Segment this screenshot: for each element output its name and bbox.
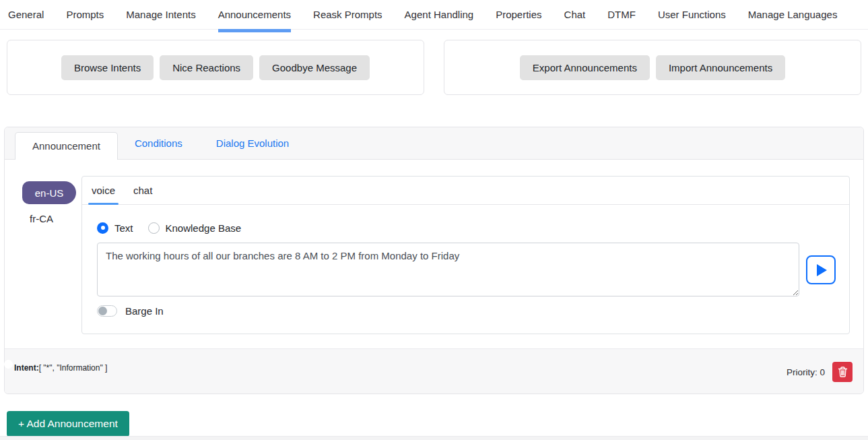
nav-tab-user-functions[interactable]: User Functions: [658, 0, 726, 29]
announcement-text-row: The working hours of all our branches ar…: [97, 243, 836, 296]
nav-tab-general[interactable]: General: [8, 0, 44, 29]
text-radio-label: Text: [114, 222, 133, 234]
intent-value: [ "*", "Information" ]: [39, 363, 108, 373]
delete-announcement-button[interactable]: [832, 362, 853, 382]
announcement-card-body: en-US fr-CA voice chat Text Knowledge Ba…: [5, 160, 863, 348]
intent-actions-panel: Browse Intents Nice Reactions Goodbye Me…: [7, 40, 424, 95]
nav-tab-manage-languages[interactable]: Manage Languages: [748, 0, 838, 29]
footer-right: Priority: 0: [787, 362, 853, 382]
nav-tab-dtmf[interactable]: DTMF: [607, 0, 636, 29]
language-tab-en-us[interactable]: en-US: [22, 181, 76, 204]
knowledge-base-radio-label: Knowledge Base: [166, 222, 242, 234]
export-announcements-button[interactable]: Export Announcements: [520, 55, 650, 80]
play-icon: [817, 264, 827, 276]
announcement-card: Announcement Conditions Dialog Evolution…: [4, 127, 864, 394]
import-announcements-button[interactable]: Import Announcements: [656, 55, 785, 80]
nice-reactions-button[interactable]: Nice Reactions: [160, 55, 253, 80]
announcement-text-input[interactable]: The working hours of all our branches ar…: [97, 243, 799, 296]
priority-label: Priority: 0: [787, 367, 825, 377]
channel-tab-chat[interactable]: chat: [133, 177, 152, 204]
goodbye-message-button[interactable]: Goodbye Message: [259, 55, 370, 80]
barge-in-row: Barge In: [97, 305, 836, 317]
channel-panel: voice chat Text Knowledge Base The worki…: [81, 176, 850, 334]
intent-summary: Intent:[ "*", "Information" ]: [14, 363, 107, 373]
language-tab-fr-ca[interactable]: fr-CA: [18, 213, 81, 224]
tab-announcement[interactable]: Announcement: [15, 132, 118, 160]
next-section-edge: [0, 436, 868, 440]
channel-tab-voice[interactable]: voice: [92, 177, 115, 204]
channel-tabs: voice chat: [82, 177, 849, 205]
nav-tab-agent-handling[interactable]: Agent Handling: [405, 0, 474, 29]
trash-icon: [838, 367, 848, 377]
announcement-card-tabs: Announcement Conditions Dialog Evolution: [5, 127, 863, 160]
tab-dialog-evolution[interactable]: Dialog Evolution: [199, 131, 306, 156]
play-announcement-button[interactable]: [806, 255, 836, 284]
action-panels-row: Browse Intents Nice Reactions Goodbye Me…: [7, 40, 861, 95]
voice-tab-content: Text Knowledge Base The working hours of…: [82, 205, 849, 317]
tab-conditions[interactable]: Conditions: [118, 131, 199, 156]
nav-tab-announcements[interactable]: Announcements: [218, 0, 291, 29]
barge-in-label: Barge In: [125, 305, 164, 317]
source-radio-group: Text Knowledge Base: [97, 221, 836, 234]
add-announcement-button[interactable]: + Add Announcement: [7, 411, 129, 437]
import-export-panel: Export Announcements Import Announcement…: [444, 40, 861, 95]
language-tabs: en-US fr-CA: [18, 176, 81, 334]
text-radio[interactable]: [97, 222, 108, 234]
barge-in-toggle[interactable]: [97, 305, 117, 317]
top-nav: General Prompts Manage Intents Announcem…: [0, 0, 868, 30]
nav-tab-manage-intents[interactable]: Manage Intents: [126, 0, 195, 29]
browse-intents-button[interactable]: Browse Intents: [61, 55, 154, 80]
nav-tab-properties[interactable]: Properties: [496, 0, 541, 29]
toggle-knob-icon: [98, 307, 107, 315]
intent-label: Intent:: [14, 363, 39, 373]
footer-left: Intent:[ "*", "Information" ]: [14, 358, 107, 373]
knowledge-base-radio[interactable]: [148, 222, 160, 234]
announcement-card-footer: Intent:[ "*", "Information" ] Priority: …: [5, 348, 863, 394]
nav-tab-chat[interactable]: Chat: [564, 0, 586, 29]
nav-tab-reask-prompts[interactable]: Reask Prompts: [313, 0, 382, 29]
nav-tab-prompts[interactable]: Prompts: [66, 0, 104, 29]
toggle-knob-icon: [4, 360, 13, 369]
